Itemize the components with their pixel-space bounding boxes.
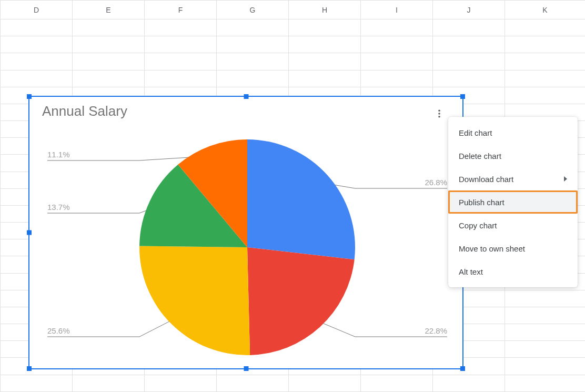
grid-cell[interactable] bbox=[505, 307, 586, 324]
column-header[interactable]: G bbox=[217, 1, 289, 19]
pie-slice-label: 25.6% bbox=[47, 326, 70, 335]
resize-handle-top-mid[interactable] bbox=[244, 94, 248, 99]
grid-cell[interactable] bbox=[433, 375, 505, 391]
grid-cell[interactable] bbox=[505, 36, 586, 53]
resize-handle-top-right[interactable] bbox=[460, 94, 465, 99]
pie-slice-label: 13.7% bbox=[47, 203, 70, 212]
grid-cell[interactable] bbox=[145, 70, 217, 87]
grid-cell[interactable] bbox=[505, 87, 586, 104]
menu-copy-chart[interactable]: Copy chart bbox=[448, 214, 578, 237]
submenu-arrow-icon bbox=[564, 176, 567, 182]
column-header[interactable]: J bbox=[433, 1, 505, 19]
pie-chart: 26.8%22.8%25.6%13.7%11.1% bbox=[42, 132, 452, 363]
grid-cell[interactable] bbox=[217, 36, 289, 53]
grid-cell[interactable] bbox=[217, 53, 289, 70]
menu-item-label: Publish chart bbox=[459, 198, 505, 207]
resize-handle-bottom-right[interactable] bbox=[460, 366, 465, 371]
column-header[interactable]: I bbox=[361, 1, 433, 19]
grid-cell[interactable] bbox=[433, 70, 505, 87]
chart-selection-frame[interactable]: Annual Salary 26.8%22.8%25.6%13.7%11.1% bbox=[28, 96, 463, 369]
column-header[interactable]: E bbox=[73, 1, 145, 19]
grid-cell[interactable] bbox=[73, 19, 145, 36]
pie-slice[interactable] bbox=[139, 246, 250, 355]
menu-alt-text[interactable]: Alt text bbox=[448, 260, 578, 283]
pie-slice[interactable] bbox=[247, 247, 355, 355]
menu-item-label: Edit chart bbox=[459, 128, 492, 137]
grid-row bbox=[1, 36, 586, 53]
grid-row bbox=[1, 19, 586, 36]
menu-item-label: Move to own sheet bbox=[459, 244, 525, 253]
grid-cell[interactable] bbox=[433, 36, 505, 53]
grid-cell[interactable] bbox=[361, 36, 433, 53]
grid-cell[interactable] bbox=[505, 341, 586, 358]
column-header[interactable]: H bbox=[289, 1, 361, 19]
grid-cell[interactable] bbox=[361, 53, 433, 70]
pie-slice-label: 22.8% bbox=[425, 326, 447, 335]
grid-cell[interactable] bbox=[289, 19, 361, 36]
grid-cell[interactable] bbox=[505, 358, 586, 375]
svg-point-2 bbox=[438, 116, 440, 118]
grid-cell[interactable] bbox=[145, 375, 217, 391]
grid-cell[interactable] bbox=[361, 19, 433, 36]
grid-row bbox=[1, 375, 586, 391]
pie-slice[interactable] bbox=[247, 139, 355, 259]
menu-item-label: Delete chart bbox=[459, 152, 501, 160]
menu-delete-chart[interactable]: Delete chart bbox=[448, 144, 578, 167]
menu-publish-chart[interactable]: Publish chart bbox=[448, 190, 578, 214]
menu-move-own-sheet[interactable]: Move to own sheet bbox=[448, 237, 578, 260]
svg-point-1 bbox=[438, 113, 440, 115]
menu-item-label: Copy chart bbox=[459, 221, 497, 230]
grid-cell[interactable] bbox=[145, 53, 217, 70]
chart-more-button[interactable] bbox=[432, 106, 447, 121]
grid-cell[interactable] bbox=[1, 375, 73, 391]
column-header[interactable]: K bbox=[505, 1, 586, 19]
column-header[interactable]: F bbox=[145, 1, 217, 19]
column-header[interactable]: D bbox=[1, 1, 73, 19]
grid-cell[interactable] bbox=[1, 36, 73, 53]
grid-cell[interactable] bbox=[289, 375, 361, 391]
grid-cell[interactable] bbox=[361, 70, 433, 87]
grid-cell[interactable] bbox=[505, 19, 586, 36]
chart-container: Annual Salary 26.8%22.8%25.6%13.7%11.1% bbox=[42, 103, 450, 362]
menu-item-label: Alt text bbox=[459, 267, 483, 276]
column-header-row: D E F G H I J K bbox=[1, 1, 586, 19]
pie-slice-label: 26.8% bbox=[425, 178, 447, 187]
grid-cell[interactable] bbox=[505, 375, 586, 391]
grid-cell[interactable] bbox=[145, 36, 217, 53]
menu-item-label: Download chart bbox=[459, 175, 513, 184]
grid-cell[interactable] bbox=[217, 19, 289, 36]
grid-cell[interactable] bbox=[73, 36, 145, 53]
grid-cell[interactable] bbox=[289, 53, 361, 70]
grid-cell[interactable] bbox=[505, 53, 586, 70]
chart-context-menu: Edit chart Delete chart Download chart P… bbox=[448, 117, 578, 287]
menu-download-chart[interactable]: Download chart bbox=[448, 167, 578, 190]
grid-cell[interactable] bbox=[289, 36, 361, 53]
grid-cell[interactable] bbox=[361, 375, 433, 391]
chart-title: Annual Salary bbox=[42, 103, 450, 119]
grid-cell[interactable] bbox=[505, 70, 586, 87]
resize-handle-top-left[interactable] bbox=[27, 94, 32, 99]
grid-cell[interactable] bbox=[1, 70, 73, 87]
grid-cell[interactable] bbox=[505, 324, 586, 341]
grid-cell[interactable] bbox=[433, 19, 505, 36]
grid-cell[interactable] bbox=[217, 70, 289, 87]
resize-handle-mid-left[interactable] bbox=[27, 230, 32, 235]
grid-cell[interactable] bbox=[73, 70, 145, 87]
grid-cell[interactable] bbox=[289, 70, 361, 87]
more-vertical-icon bbox=[435, 109, 444, 118]
grid-cell[interactable] bbox=[505, 290, 586, 307]
grid-cell[interactable] bbox=[73, 375, 145, 391]
svg-point-0 bbox=[438, 109, 440, 112]
grid-cell[interactable] bbox=[73, 53, 145, 70]
grid-cell[interactable] bbox=[217, 375, 289, 391]
resize-handle-bottom-mid[interactable] bbox=[244, 366, 248, 371]
resize-handle-bottom-left[interactable] bbox=[27, 366, 32, 371]
grid-row bbox=[1, 53, 586, 70]
grid-cell[interactable] bbox=[433, 53, 505, 70]
grid-row bbox=[1, 70, 586, 87]
menu-edit-chart[interactable]: Edit chart bbox=[448, 121, 578, 144]
pie-slice-label: 11.1% bbox=[47, 150, 70, 159]
grid-cell[interactable] bbox=[1, 19, 73, 36]
grid-cell[interactable] bbox=[145, 19, 217, 36]
grid-cell[interactable] bbox=[1, 53, 73, 70]
